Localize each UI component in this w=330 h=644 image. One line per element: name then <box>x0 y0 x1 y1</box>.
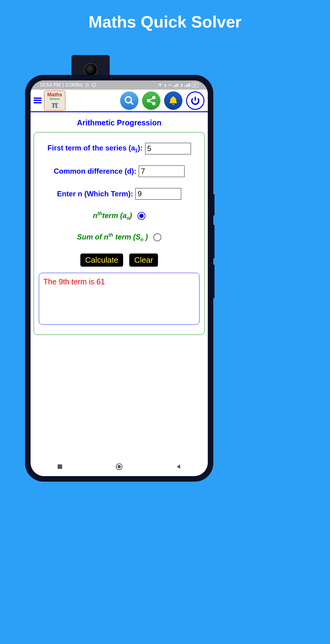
side-button <box>213 194 215 216</box>
signal-icon-2: ▮ <box>181 83 183 87</box>
clear-button[interactable]: Clear <box>129 254 158 267</box>
svg-rect-10 <box>189 83 190 87</box>
signal-4g-label: 4G <box>168 83 172 87</box>
status-time: 10:54 PM <box>40 82 61 88</box>
sum-option[interactable]: Sum of nth term (Sn ) <box>37 232 201 242</box>
svg-rect-3 <box>174 86 174 87</box>
svg-point-11 <box>125 97 131 103</box>
status-sep: | <box>62 82 64 88</box>
sum-label: Sum of nth term (Sn ) <box>77 232 148 242</box>
svg-point-13 <box>152 96 155 99</box>
svg-point-12 <box>147 99 150 102</box>
svg-rect-5 <box>177 84 178 87</box>
status-bar: 10:54 PM | 0.0KB/s ▮ 4G ▮ <box>31 80 208 90</box>
power-icon <box>190 95 200 106</box>
n-input[interactable] <box>135 188 181 200</box>
first-term-label: First term of the series (a1): <box>47 144 142 154</box>
calculate-button[interactable]: Calculate <box>80 254 123 267</box>
sum-radio[interactable] <box>153 233 161 241</box>
svg-rect-15 <box>58 464 62 469</box>
search-button[interactable] <box>120 91 138 110</box>
power-button[interactable] <box>186 91 204 110</box>
content-area: Arithmetic Progression First term of the… <box>31 112 208 338</box>
svg-point-1 <box>92 83 96 87</box>
svg-point-17 <box>118 465 121 468</box>
logo-text-maths: Maths <box>47 92 62 97</box>
nth-term-label: nthterm (an) <box>93 211 132 221</box>
nav-home[interactable] <box>115 463 123 472</box>
notification-button[interactable] <box>164 91 182 110</box>
share-button[interactable] <box>142 91 160 110</box>
app-header: Maths Solver π <box>31 90 208 112</box>
battery-icon: 47 <box>192 83 199 87</box>
button-row: Calculate Clear <box>37 254 201 267</box>
phone-screen: 10:54 PM | 0.0KB/s ▮ 4G ▮ <box>31 80 208 476</box>
menu-icon[interactable] <box>33 96 42 105</box>
volume-down-button <box>213 265 215 298</box>
n-label: Enter n (Which Term): <box>57 190 133 198</box>
diff-label: Common difference (d): <box>54 167 137 176</box>
app-logo[interactable]: Maths Solver π <box>44 91 65 111</box>
signal-bars-2 <box>185 83 190 87</box>
signal-icon-1: ▮ <box>164 83 166 87</box>
nth-term-option[interactable]: nthterm (an) <box>37 211 201 221</box>
nav-bar <box>31 458 208 476</box>
n-row: Enter n (Which Term): <box>37 188 201 200</box>
alarm-icon <box>85 83 90 87</box>
search-icon <box>124 95 134 106</box>
svg-rect-9 <box>188 84 189 87</box>
status-net: 0.0KB/s <box>66 82 83 88</box>
svg-rect-6 <box>178 83 179 87</box>
diff-row: Common difference (d): <box>37 165 201 177</box>
whatsapp-icon <box>91 83 96 87</box>
svg-rect-7 <box>185 86 185 87</box>
section-title: Arithmetic Progression <box>34 118 205 127</box>
nav-recent[interactable] <box>57 463 63 471</box>
svg-point-14 <box>152 102 155 105</box>
first-term-input[interactable] <box>145 143 191 154</box>
nav-back[interactable] <box>175 463 182 471</box>
svg-rect-4 <box>175 85 176 87</box>
svg-rect-8 <box>186 85 187 87</box>
triangle-back-icon <box>175 463 182 470</box>
wifi-icon <box>158 83 163 87</box>
circle-icon <box>115 463 123 471</box>
nth-term-radio[interactable] <box>138 212 145 220</box>
first-term-row: First term of the series (a1): <box>37 143 201 154</box>
form-box: First term of the series (a1): Common di… <box>34 132 205 335</box>
diff-input[interactable] <box>139 165 185 177</box>
camera-lens <box>84 63 97 76</box>
svg-point-2 <box>160 86 160 86</box>
result-box: The 9th term is 61 <box>39 273 200 325</box>
volume-up-button <box>213 225 215 258</box>
signal-bars-1 <box>174 83 179 87</box>
page-title: Maths Quick Solver <box>0 0 330 31</box>
share-icon <box>146 95 156 106</box>
logo-pi: π <box>51 101 58 109</box>
bell-icon <box>168 95 178 106</box>
square-icon <box>57 463 63 470</box>
phone-frame: 10:54 PM | 0.0KB/s ▮ 4G ▮ <box>25 75 213 482</box>
